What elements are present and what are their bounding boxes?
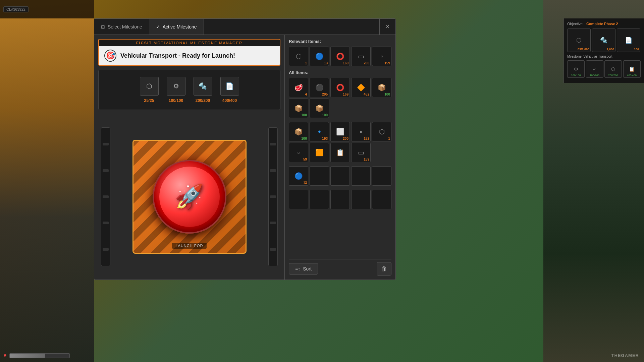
item-cell[interactable]: ⭕169: [330, 47, 350, 66]
item-icon: ▭: [358, 52, 364, 60]
brand-label: FICSIT: [136, 41, 152, 45]
tab-select-milestone[interactable]: ⊞ Select Milestone: [94, 19, 149, 35]
all-items-grid-3: 🔵13: [289, 166, 391, 186]
item-cell[interactable]: 🔵13: [310, 47, 329, 66]
sort-button[interactable]: ≡↕ Sort: [289, 263, 318, 275]
hud-item[interactable]: ⬡ 83/1,000: [567, 28, 591, 52]
progress-item-3: 🔩 200/200: [194, 77, 212, 103]
right-rail: [268, 127, 278, 266]
item-cell[interactable]: ⚫295: [310, 78, 329, 97]
item-cell[interactable]: 📦100: [310, 99, 329, 118]
phase-icon: 📋: [629, 66, 635, 72]
steering-icon: 🎯: [104, 50, 116, 62]
item-cell[interactable]: ▭200: [351, 47, 371, 66]
rail-slot: [270, 248, 276, 251]
rail-slot: [270, 195, 276, 198]
progress-area: ⬡ 25/25 ⚙ 100/100 🔩 200/200 📄 400/400: [98, 70, 280, 110]
item-icon: ⬡: [296, 52, 302, 60]
hud-items-grid: ⬡ 83/1,000 🔩 1,000 📄 100: [567, 28, 641, 52]
item-count: 4: [305, 93, 307, 96]
item-icon: 📦: [315, 104, 324, 112]
hud-item[interactable]: 🔩 1,000: [592, 28, 615, 52]
item-cell[interactable]: ⭕169: [330, 78, 350, 97]
item-count: 100: [301, 113, 307, 117]
item-icon: ⬜: [336, 128, 344, 136]
item-count: 1: [388, 137, 390, 140]
item-count: 452: [364, 93, 369, 96]
item-cell[interactable]: 📦100: [289, 99, 308, 118]
top-hud: CL#363922: [0, 0, 94, 18]
milestone-name-row: 🎯 Vehicular Transport - Ready for Launch…: [99, 46, 280, 65]
progress-item-2: ⚙ 100/100: [167, 77, 185, 103]
phase-item-1[interactable]: ⚙ 100/100: [567, 60, 585, 78]
hud-item-icon: ⬡: [576, 37, 582, 44]
health-fill: [10, 354, 46, 358]
heart-icon: ♥: [3, 353, 7, 359]
phase-progress: 400/400: [627, 74, 637, 77]
progress-icon-2: ⚙: [167, 77, 185, 96]
item-count: 169: [343, 93, 348, 96]
phase-progress: 100/200: [590, 74, 599, 77]
item-icon: ▫: [380, 53, 383, 60]
progress-icon-3: 🔩: [194, 77, 212, 96]
progress-label-2: 100/100: [169, 98, 183, 103]
item-cell[interactable]: ▫159: [372, 47, 391, 66]
phase-item-4[interactable]: 📋 400/400: [623, 60, 641, 78]
item-cell[interactable]: 📦100: [289, 122, 308, 141]
manager-label: Motivational Milestone Manager: [154, 41, 243, 45]
tab-active-milestone[interactable]: ✓ Active Milestone: [149, 19, 204, 35]
phase-item-3[interactable]: ⬡ 200/200: [604, 60, 622, 78]
item-cell[interactable]: 📋: [330, 143, 350, 162]
item-cell-empty: [351, 190, 371, 209]
item-icon: 🔶: [357, 83, 365, 92]
item-cell[interactable]: ⬜200: [330, 122, 350, 141]
item-count: 193: [322, 137, 328, 140]
hud-item-count: 1,000: [606, 48, 614, 51]
rail-slot: [103, 195, 109, 198]
item-cell[interactable]: ▫59: [289, 143, 308, 162]
item-icon: ▭: [358, 148, 364, 157]
item-count: 13: [303, 181, 307, 185]
item-cell-empty: [289, 190, 308, 209]
tab-bar: ⊞ Select Milestone ✓ Active Milestone ×: [94, 19, 395, 35]
item-icon: ▫: [297, 149, 300, 157]
item-icon: 🟧: [315, 148, 324, 157]
item-cell[interactable]: ▭159: [351, 143, 371, 162]
sort-label: Sort: [303, 266, 312, 272]
all-items-label: All Items:: [289, 70, 391, 75]
right-panel: Relevant Items: ⬡1 🔵13 ⭕169 ▭200 ▫159 Al…: [285, 35, 395, 280]
progress-icon-1: ⬡: [140, 77, 159, 96]
progress-label-4: 400/400: [222, 98, 237, 103]
cl-badge: CL#363922: [3, 6, 29, 12]
item-icon: 📦: [378, 83, 386, 92]
item-count: 1: [305, 61, 307, 65]
item-count: 295: [322, 93, 328, 96]
rail-slot: [103, 143, 109, 145]
item-icon: ⭕: [336, 52, 344, 60]
hud-item[interactable]: 📄 100: [617, 28, 640, 52]
launch-button[interactable]: 🚀: [153, 160, 226, 234]
sort-icon: ≡↕: [295, 266, 300, 272]
item-cell[interactable]: 🥩4: [289, 78, 308, 97]
close-button[interactable]: ×: [379, 19, 395, 35]
relevant-items-grid: ⬡1 🔵13 ⭕169 ▭200 ▫159: [289, 47, 391, 66]
item-count: 100: [384, 93, 390, 96]
item-cell[interactable]: 🟧: [310, 143, 329, 162]
progress-label-1: 25/25: [144, 98, 154, 103]
phase-item-2[interactable]: ✓ 100/200: [586, 60, 603, 78]
bottom-hud: ♥: [0, 328, 94, 362]
item-cell[interactable]: ▪152: [351, 122, 371, 141]
item-icon: 🔵: [294, 172, 303, 180]
item-cell[interactable]: 🔵13: [289, 166, 308, 186]
phase-items: ⚙ 100/100 ✓ 100/200 ⬡ 200/200 📋 400/400: [567, 60, 641, 78]
left-panel: FICSIT Motivational Milestone Manager 🎯 …: [94, 35, 285, 280]
item-cell[interactable]: 📦100: [372, 78, 391, 97]
all-items-grid-1: 🥩4 ⚫295 ⭕169 🔶452 📦100 📦100 📦100: [289, 78, 391, 118]
item-count: 13: [324, 61, 328, 65]
phase-icon: ⚙: [574, 66, 578, 72]
item-cell[interactable]: 🔶452: [351, 78, 371, 97]
item-cell[interactable]: ⬡1: [372, 122, 391, 141]
item-cell[interactable]: ⬡1: [289, 47, 308, 66]
item-cell[interactable]: 🔹193: [310, 122, 329, 141]
trash-button[interactable]: 🗑: [377, 262, 391, 276]
